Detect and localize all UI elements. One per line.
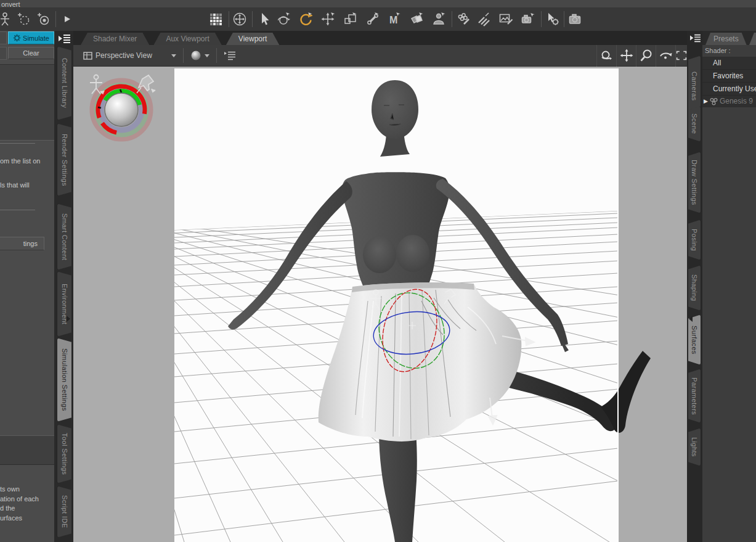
simulate-label: Simulate [23,35,49,42]
hint-text: ls that will [0,181,54,189]
sidebar-tab-simulation-settings[interactable]: Simulation Settings [57,338,72,422]
sidebar-tab-parameters[interactable]: Parameters [688,369,701,423]
create-point-icon[interactable] [35,10,53,28]
sidebar-tab-render-settings[interactable]: Render Settings [57,123,72,196]
clear-button[interactable]: Clear [8,47,54,59]
surfaces-panel: Presets E Shader : All Favorites Current… [702,31,756,542]
gears-icon [13,34,21,42]
splitter-handle[interactable] [67,316,70,322]
torso-detail [363,236,396,273]
sidebar-tab-smart-content[interactable]: Smart Content [57,203,72,270]
spray-tool-icon[interactable] [454,10,473,28]
draw-style-selector[interactable] [185,47,214,64]
thumbnail-grid-icon[interactable] [207,10,226,28]
figure-selection-icon[interactable] [430,10,449,28]
translate-tool-icon[interactable] [319,10,338,28]
right-tab-strip: Cameras Scene Draw Settings Posing Shapi… [687,31,702,542]
viewport-toolbar: Perspective View [73,45,687,67]
divider [183,48,184,63]
sidebar-tab-lights[interactable]: Lights [688,428,701,466]
joint-editor-icon[interactable] [364,10,382,28]
flyout-icon[interactable] [58,10,76,28]
measure-tool-icon[interactable]: M [386,10,404,28]
viewport-nav-controls [596,45,687,67]
simulate-button[interactable]: Simulate [8,31,54,44]
toolbar-divider [55,11,56,27]
menu-item-partial[interactable]: onvert [1,1,20,7]
scale-tool-icon[interactable] [341,10,360,28]
toolbar-divider [229,11,229,27]
camera-selector[interactable]: Perspective View [78,47,181,64]
expand-caret-icon[interactable]: ▶ [704,96,708,107]
image-editor-icon[interactable] [497,10,515,28]
view-rotation-ball[interactable] [92,81,150,139]
node-icon [709,97,718,105]
viewport-tab-bar: Shader Mixer Aux Viewport Viewport [73,31,687,45]
pan-icon[interactable] [616,45,636,67]
main-toolbar: M [0,7,756,31]
pane-menu-icon[interactable] [57,33,71,47]
sidebar-tab-tool-settings[interactable]: Tool Settings [57,424,72,483]
window-icon [83,52,92,60]
toolbar-divider [252,11,253,27]
shader-label: Shader : [702,45,756,57]
sidebar-tab-shaping[interactable]: Shaping [688,265,701,311]
sidebar-tab-script-ide[interactable]: Script IDE [57,486,72,538]
tab-editor-partial[interactable]: E [749,33,756,45]
tab-presets[interactable]: Presets [705,33,747,45]
pane-menu-icon[interactable] [689,33,701,46]
list-item-all[interactable]: All [702,57,756,70]
splitter-handle[interactable] [689,316,693,322]
simulation-settings-panel: Simulate Clear om the list on ls that wi… [0,31,55,542]
camera-selector-label: Perspective View [96,51,152,60]
viewport-3d-scene[interactable] [73,67,687,542]
tool-settings-pointer-icon[interactable] [543,10,562,28]
toolbar-divider [564,11,564,27]
orbit-tool-icon[interactable] [275,10,293,28]
scene-outline-button[interactable] [219,47,241,64]
list-item-favorites[interactable]: Favorites [702,70,756,83]
description-text: ts ownation of eachd theurfaces [0,485,54,523]
cutoff-button[interactable] [0,47,7,60]
torso-detail [396,235,429,272]
node-selection-pointer-icon[interactable] [255,10,274,28]
sidebar-tab-draw-settings[interactable]: Draw Settings [688,152,701,213]
group-header[interactable] [0,435,54,465]
pose-tool-icon[interactable] [0,10,14,28]
tree-item-genesis[interactable]: ▶ Genesis 9 [702,96,756,107]
tab-aux-viewport[interactable]: Aux Viewport [153,33,221,45]
sidebar-tab-posing[interactable]: Posing [688,220,701,260]
tab-shader-mixer[interactable]: Shader Mixer [81,33,149,45]
hatch-brush-icon[interactable] [475,10,494,28]
tree-item-label: Genesis 9 [720,96,753,107]
tab-viewport[interactable]: Viewport [226,33,279,45]
toolbar-divider [452,11,452,27]
sidebar-tab-surfaces[interactable]: Surfaces [688,314,701,365]
orbit-icon[interactable] [596,45,616,67]
sidebar-tab-environment[interactable]: Environment [57,271,72,337]
outline-list-icon [224,51,236,60]
svg-text:M: M [389,15,397,25]
rotate-icon[interactable] [656,45,675,67]
menu-bar: onvert [0,0,756,7]
viewport-pan-icon[interactable] [230,10,249,28]
hint-text: om the list on [0,157,54,165]
cutoff-button[interactable] [0,31,7,44]
camera-selection-icon[interactable] [519,10,537,28]
chevron-down-icon [171,54,176,57]
shader-filter-list: All Favorites Currently Used ▶ Genesis 9 [702,57,756,107]
sidebar-tab-scene[interactable]: Scene [688,106,701,142]
list-item-currently-used[interactable]: Currently Used [702,83,756,96]
surfaces-panel-tab-bar: Presets E [702,31,756,45]
simulation-group-box [0,64,54,141]
frame-icon[interactable] [675,45,687,67]
render-camera-icon[interactable] [566,10,585,28]
divider [0,143,35,144]
surface-selection-icon[interactable] [408,10,426,28]
create-node-icon[interactable] [15,10,33,28]
settings-button[interactable]: tings [0,237,44,250]
rotate-tool-active-icon[interactable] [297,10,315,28]
zoom-icon[interactable] [636,45,656,67]
shaded-sphere-icon [190,50,201,61]
sidebar-tab-content-library[interactable]: Content Library [57,46,72,120]
